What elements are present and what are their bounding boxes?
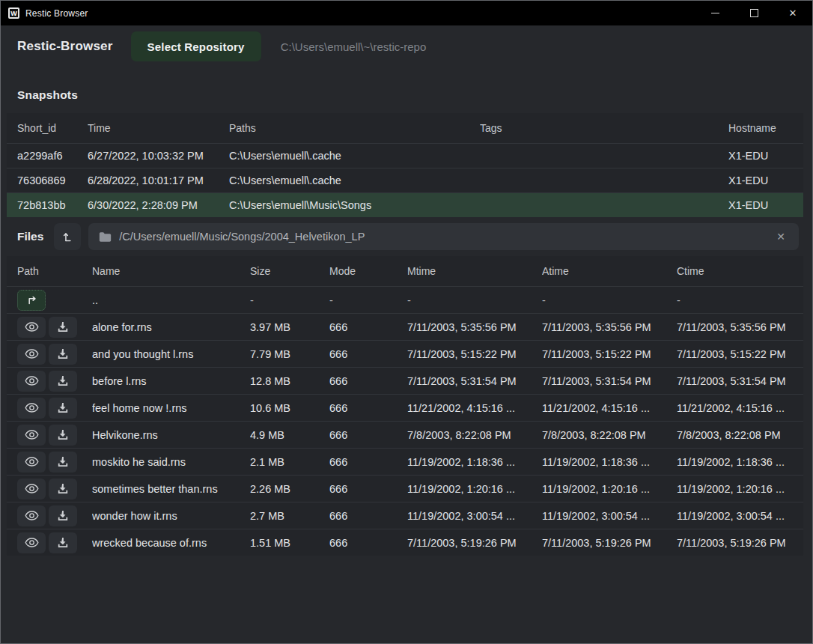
maximize-icon bbox=[750, 9, 758, 17]
minimize-icon bbox=[711, 13, 719, 13]
download-file-button[interactable] bbox=[49, 317, 77, 338]
download-file-button[interactable] bbox=[49, 532, 77, 553]
eye-icon bbox=[25, 321, 39, 332]
snapshot-paths: C:\Users\emuell\.cache bbox=[229, 174, 480, 186]
app-window: W Restic Browser ✕ Restic-Browser Select… bbox=[0, 0, 813, 644]
file-mode: 666 bbox=[329, 429, 407, 441]
file-row[interactable]: sometimes better than.rns 2.26 MB 666 11… bbox=[7, 475, 803, 502]
file-row[interactable]: Helvikone.rns 4.9 MB 666 7/8/2003, 8:22:… bbox=[7, 421, 803, 448]
file-ctime: 7/11/2003, 5:35:56 PM bbox=[677, 321, 803, 333]
snapshot-row-selected[interactable]: 72b813bb 6/30/2022, 2:28:09 PM C:\Users\… bbox=[7, 192, 803, 217]
row-actions bbox=[17, 479, 92, 499]
col-size[interactable]: Size bbox=[250, 265, 329, 277]
file-row[interactable]: wrecked because of.rns 1.51 MB 666 7/11/… bbox=[7, 529, 803, 556]
download-file-button[interactable] bbox=[49, 398, 77, 419]
preview-file-button[interactable] bbox=[17, 371, 46, 392]
close-button[interactable]: ✕ bbox=[773, 1, 812, 25]
snapshot-paths: C:\Users\emuell\.cache bbox=[229, 150, 480, 162]
file-size: 3.97 MB bbox=[250, 321, 329, 333]
preview-file-button[interactable] bbox=[17, 532, 46, 553]
level-up-icon bbox=[61, 231, 74, 243]
row-actions bbox=[17, 425, 92, 446]
repository-path: C:\Users\emuell\~\restic-repo bbox=[281, 40, 427, 53]
file-row[interactable]: alone for.rns 3.97 MB 666 7/11/2003, 5:3… bbox=[7, 313, 803, 340]
file-row[interactable]: before l.rns 12.8 MB 666 7/11/2003, 5:31… bbox=[7, 367, 803, 394]
file-mtime: 7/11/2003, 5:35:56 PM bbox=[407, 321, 542, 333]
file-atime: 7/8/2003, 8:22:08 PM bbox=[542, 429, 677, 441]
file-name: moskito he said.rns bbox=[92, 456, 250, 468]
preview-file-button[interactable] bbox=[17, 425, 46, 446]
minimize-button[interactable] bbox=[695, 1, 734, 25]
snapshot-hostname: X1-EDU bbox=[728, 150, 803, 162]
file-mode: 666 bbox=[329, 402, 407, 414]
snapshot-row[interactable]: 76306869 6/28/2022, 10:01:17 PM C:\Users… bbox=[7, 168, 803, 192]
download-icon bbox=[57, 510, 69, 521]
file-size: 1.51 MB bbox=[250, 537, 329, 549]
select-repository-button[interactable]: Select Repository bbox=[131, 31, 261, 61]
snapshot-time: 6/27/2022, 10:03:32 PM bbox=[88, 150, 229, 162]
file-atime: 7/11/2003, 5:15:22 PM bbox=[542, 348, 677, 360]
download-file-button[interactable] bbox=[49, 505, 77, 526]
files-table: Path Name Size Mode Mtime Atime Ctime ..… bbox=[7, 256, 803, 556]
file-mtime: 11/19/2002, 1:18:36 ... bbox=[407, 456, 542, 468]
parent-directory-button[interactable] bbox=[54, 223, 81, 250]
file-atime: 7/11/2003, 5:35:56 PM bbox=[542, 321, 677, 333]
file-mode: 666 bbox=[329, 537, 407, 549]
preview-file-button[interactable] bbox=[17, 344, 46, 365]
file-ctime: 11/19/2002, 1:18:36 ... bbox=[677, 456, 803, 468]
preview-file-button[interactable] bbox=[17, 317, 46, 338]
col-atime[interactable]: Atime bbox=[542, 265, 677, 277]
file-mtime: 11/21/2002, 4:15:16 ... bbox=[407, 402, 542, 414]
col-hostname[interactable]: Hostname bbox=[728, 122, 803, 134]
preview-file-button[interactable] bbox=[17, 479, 46, 499]
col-mode[interactable]: Mode bbox=[329, 265, 407, 277]
preview-file-button[interactable] bbox=[17, 398, 46, 419]
file-ctime: 11/19/2002, 1:20:16 ... bbox=[677, 483, 803, 495]
file-ctime: 7/11/2003, 5:19:26 PM bbox=[677, 537, 803, 549]
download-icon bbox=[57, 483, 69, 494]
files-heading-label: Files bbox=[17, 230, 43, 243]
file-atime: 11/19/2002, 1:20:16 ... bbox=[542, 483, 677, 495]
file-row-parent[interactable]: .. - - - - - bbox=[7, 286, 803, 313]
file-mtime: 7/11/2003, 5:31:54 PM bbox=[407, 375, 542, 387]
eye-icon bbox=[25, 537, 39, 548]
file-size: 2.1 MB bbox=[250, 456, 329, 468]
col-short-id[interactable]: Short_id bbox=[17, 122, 88, 134]
snapshot-row[interactable]: a2299af6 6/27/2022, 10:03:32 PM C:\Users… bbox=[7, 143, 803, 168]
download-file-button[interactable] bbox=[49, 371, 77, 392]
current-path-input[interactable]: /C/Users/emuell/Music/Songs/2004_Helveti… bbox=[88, 223, 799, 250]
file-row[interactable]: moskito he said.rns 2.1 MB 666 11/19/200… bbox=[7, 448, 803, 475]
preview-file-button[interactable] bbox=[17, 452, 46, 473]
col-tags[interactable]: Tags bbox=[480, 122, 728, 134]
download-icon bbox=[57, 402, 69, 413]
go-up-directory-button[interactable] bbox=[17, 290, 46, 311]
folder-icon bbox=[99, 231, 112, 243]
maximize-button[interactable] bbox=[734, 1, 773, 25]
file-name: feel home now !.rns bbox=[92, 402, 250, 414]
download-file-button[interactable] bbox=[49, 425, 77, 446]
file-mtime: 11/19/2002, 1:20:16 ... bbox=[407, 483, 542, 495]
file-row[interactable]: feel home now !.rns 10.6 MB 666 11/21/20… bbox=[7, 394, 803, 421]
file-atime: - bbox=[542, 294, 677, 306]
download-file-button[interactable] bbox=[49, 452, 77, 473]
file-ctime: 7/11/2003, 5:31:54 PM bbox=[677, 375, 803, 387]
col-name[interactable]: Name bbox=[92, 265, 250, 277]
clear-path-button[interactable]: ✕ bbox=[773, 229, 788, 244]
eye-icon bbox=[25, 375, 39, 386]
file-atime: 7/11/2003, 5:19:26 PM bbox=[542, 537, 677, 549]
file-mode: 666 bbox=[329, 456, 407, 468]
row-actions bbox=[17, 452, 92, 473]
col-ctime[interactable]: Ctime bbox=[677, 265, 803, 277]
download-icon bbox=[57, 537, 69, 548]
file-row[interactable]: wonder how it.rns 2.7 MB 666 11/19/2002,… bbox=[7, 502, 803, 529]
download-file-button[interactable] bbox=[49, 479, 77, 499]
file-row[interactable]: and you thought l.rns 7.79 MB 666 7/11/2… bbox=[7, 340, 803, 367]
snapshots-table: Short_id Time Paths Tags Hostname a2299a… bbox=[7, 113, 803, 217]
file-name: wrecked because of.rns bbox=[92, 537, 250, 549]
col-mtime[interactable]: Mtime bbox=[407, 265, 542, 277]
preview-file-button[interactable] bbox=[17, 505, 46, 526]
download-file-button[interactable] bbox=[49, 344, 77, 365]
col-time[interactable]: Time bbox=[88, 122, 229, 134]
col-path[interactable]: Path bbox=[17, 265, 92, 277]
col-paths[interactable]: Paths bbox=[229, 122, 480, 134]
